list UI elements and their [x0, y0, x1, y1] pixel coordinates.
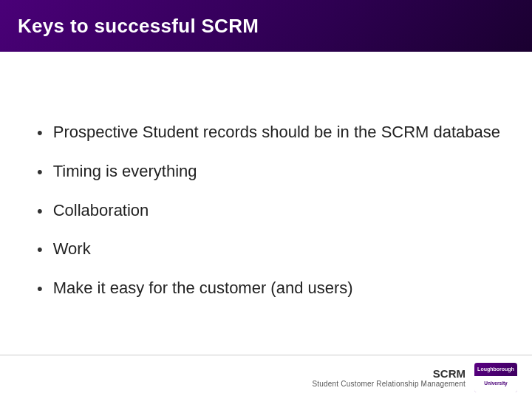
bullet-dot: •: [37, 122, 43, 144]
bullet-dot: •: [37, 239, 43, 261]
slide-footer: SCRM Student Customer Relationship Manag…: [0, 355, 532, 399]
university-logo: Loughborough University: [474, 363, 517, 392]
logo-university-label: University: [484, 381, 507, 386]
bullet-text: Work: [53, 238, 502, 260]
bullet-text: Prospective Student records should be in…: [53, 121, 502, 143]
logo-top-bar: Loughborough: [474, 363, 517, 376]
bullet-text: Collaboration: [53, 200, 502, 222]
list-item: • Make it easy for the customer (and use…: [37, 277, 502, 300]
footer-subtitle: Student Customer Relationship Management: [312, 380, 466, 388]
logo-loughborough-text: Loughborough: [477, 366, 514, 372]
footer-text: SCRM Student Customer Relationship Manag…: [312, 367, 466, 388]
slide: Keys to successful SCRM • Prospective St…: [0, 0, 532, 399]
bullet-dot: •: [37, 200, 43, 222]
list-item: • Prospective Student records should be …: [37, 121, 502, 144]
list-item: • Timing is everything: [37, 160, 502, 183]
bullet-dot: •: [37, 161, 43, 183]
content-area: • Prospective Student records should be …: [0, 52, 532, 355]
bullet-list: • Prospective Student records should be …: [37, 121, 502, 299]
footer-scrm-label: SCRM: [312, 367, 466, 380]
bullet-text: Timing is everything: [53, 160, 502, 183]
slide-title: Keys to successful SCRM: [18, 15, 259, 38]
list-item: • Collaboration: [37, 200, 502, 222]
bullet-dot: •: [37, 278, 43, 300]
logo-bottom-bar: University: [474, 376, 517, 392]
slide-header: Keys to successful SCRM: [0, 0, 532, 52]
list-item: • Work: [37, 238, 502, 261]
bullet-text: Make it easy for the customer (and users…: [53, 277, 502, 299]
